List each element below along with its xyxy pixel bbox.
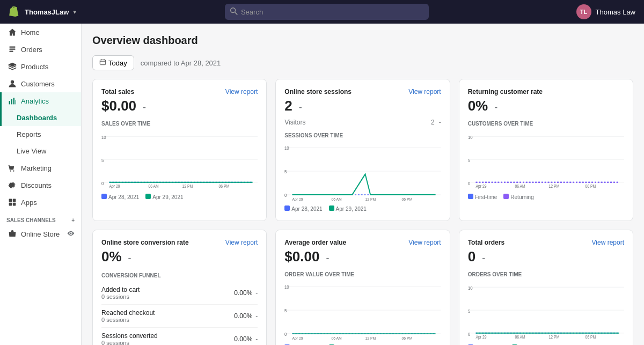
svg-point-3 xyxy=(11,80,14,84)
sidebar-item-reports[interactable]: Reports xyxy=(0,126,81,143)
avg-order-value: $0.00 xyxy=(284,248,319,265)
svg-point-9 xyxy=(13,170,14,171)
avg-order-view-report[interactable]: View report xyxy=(408,239,441,246)
total-sales-change: - xyxy=(143,102,146,113)
svg-text:0: 0 xyxy=(284,193,287,199)
svg-text:10: 10 xyxy=(284,284,289,290)
online-store-icon xyxy=(8,230,17,239)
products-icon xyxy=(8,62,17,71)
sidebar-item-apps[interactable]: Apps xyxy=(0,194,81,211)
svg-rect-0 xyxy=(9,46,15,47)
customers-chart-label: CUSTOMERS OVER TIME xyxy=(468,121,624,127)
conversion-value: 0% xyxy=(101,248,122,265)
svg-text:0: 0 xyxy=(468,180,470,186)
online-sessions-card: Online store sessions View report 2 - Vi… xyxy=(275,79,450,221)
svg-text:5: 5 xyxy=(284,169,287,175)
topnav-left: ThomasJLaw ▼ xyxy=(9,5,77,18)
svg-text:5: 5 xyxy=(101,157,104,163)
svg-text:5: 5 xyxy=(468,308,470,314)
search-input[interactable] xyxy=(241,8,423,16)
svg-rect-2 xyxy=(9,50,13,52)
svg-text:06 PM: 06 PM xyxy=(218,183,229,189)
avg-order-chart: 0 5 10 Apr 29 06 AM 12 PM 06 PM xyxy=(284,281,441,340)
sidebar: Home Orders Products Customers Analytics… xyxy=(0,24,82,345)
compare-date: compared to Apr 28, 2021 xyxy=(141,59,221,67)
sales-chart-legend: Apr 28, 2021 Apr 29, 2021 xyxy=(101,194,258,200)
sidebar-item-products[interactable]: Products xyxy=(0,58,81,75)
total-orders-view-report[interactable]: View report xyxy=(592,239,624,246)
returning-rate-card: Returning customer rate 0% - CUSTOMERS O… xyxy=(459,79,633,221)
svg-rect-13 xyxy=(13,203,16,206)
svg-text:06 AM: 06 AM xyxy=(515,183,525,189)
total-orders-change: - xyxy=(482,253,485,264)
sidebar-item-orders[interactable]: Orders xyxy=(0,41,81,58)
sales-chart-label: SALES OVER TIME xyxy=(101,121,258,127)
sidebar-item-marketing[interactable]: Marketing xyxy=(0,159,81,177)
svg-text:0: 0 xyxy=(101,180,104,186)
svg-text:5: 5 xyxy=(468,157,470,163)
svg-text:12 PM: 12 PM xyxy=(365,197,376,201)
sessions-chart-legend: Apr 28, 2021 Apr 29, 2021 xyxy=(284,205,441,212)
svg-text:Apr 29: Apr 29 xyxy=(292,336,303,340)
svg-rect-7 xyxy=(16,100,16,104)
today-button[interactable]: Today xyxy=(92,55,134,70)
sidebar-item-dashboards[interactable]: Dashboards xyxy=(0,109,81,126)
svg-text:06 AM: 06 AM xyxy=(515,334,525,340)
customers-icon xyxy=(8,79,17,88)
svg-rect-1 xyxy=(9,48,15,49)
svg-text:0: 0 xyxy=(284,332,287,337)
store-name[interactable]: ThomasJLaw xyxy=(25,8,69,16)
svg-text:12 PM: 12 PM xyxy=(365,336,376,340)
svg-point-8 xyxy=(10,170,11,171)
conversion-title: Online store conversion rate xyxy=(101,239,189,246)
conversion-view-report[interactable]: View report xyxy=(225,239,258,246)
funnel-row-converted: Sessions converted 0 sessions 0.00% - xyxy=(101,328,258,345)
search-icon xyxy=(230,8,238,17)
funnel-row-cart: Added to cart 0 sessions 0.00% - xyxy=(101,282,258,305)
avg-order-title: Average order value xyxy=(284,239,346,246)
avg-order-change: - xyxy=(326,253,329,264)
total-sales-view-report[interactable]: View report xyxy=(225,88,258,96)
sidebar-item-discounts[interactable]: Discounts xyxy=(0,177,81,194)
apps-icon xyxy=(8,198,17,207)
add-sales-channel-button[interactable]: + xyxy=(71,217,75,223)
visitors-row: Visitors 2 - xyxy=(284,119,441,126)
store-dropdown-icon[interactable]: ▼ xyxy=(72,9,77,15)
returning-rate-title: Returning customer rate xyxy=(468,88,543,96)
svg-rect-10 xyxy=(9,199,12,202)
marketing-icon xyxy=(8,164,17,172)
sessions-chart: 0 5 10 Apr 29 06 AM 12 PM 06 PM xyxy=(284,142,441,201)
sidebar-item-analytics[interactable]: Analytics xyxy=(0,92,81,109)
search-bar[interactable] xyxy=(225,4,429,20)
svg-text:12 PM: 12 PM xyxy=(548,334,559,340)
sidebar-item-customers[interactable]: Customers xyxy=(0,75,81,92)
svg-text:06 PM: 06 PM xyxy=(402,336,413,340)
svg-text:Apr 29: Apr 29 xyxy=(475,334,486,340)
discounts-icon xyxy=(8,181,17,189)
svg-text:10: 10 xyxy=(101,134,106,140)
order-value-chart-label: ORDER VALUE OVER TIME xyxy=(284,271,441,277)
svg-rect-15 xyxy=(100,60,105,65)
conversion-change: - xyxy=(128,253,131,264)
svg-text:06 AM: 06 AM xyxy=(332,336,342,340)
sessions-chart-label: SESSIONS OVER TIME xyxy=(284,133,441,138)
svg-text:06 AM: 06 AM xyxy=(332,197,342,201)
svg-text:Apr 29: Apr 29 xyxy=(292,197,303,201)
svg-text:12 PM: 12 PM xyxy=(182,183,193,189)
total-orders-card: Total orders View report 0 - ORDERS OVER… xyxy=(459,230,633,345)
sessions-change: - xyxy=(299,102,302,113)
svg-text:10: 10 xyxy=(468,285,473,291)
sidebar-item-online-store[interactable]: Online Store xyxy=(0,225,81,243)
sidebar-item-liveview[interactable]: Live View xyxy=(0,143,81,159)
topnav-right: TL Thomas Law xyxy=(576,4,635,19)
user-avatar: TL xyxy=(576,4,591,19)
svg-text:0: 0 xyxy=(468,331,470,337)
sessions-view-report[interactable]: View report xyxy=(408,88,441,96)
funnel-label: CONVERSION FUNNEL xyxy=(101,273,258,278)
svg-text:5: 5 xyxy=(284,308,287,314)
svg-text:Apr 29: Apr 29 xyxy=(109,183,120,189)
sessions-value: 2 xyxy=(284,98,292,114)
returning-chart-legend: First-time Returning xyxy=(468,194,624,200)
svg-point-14 xyxy=(70,233,72,234)
sidebar-item-home[interactable]: Home xyxy=(0,24,81,41)
